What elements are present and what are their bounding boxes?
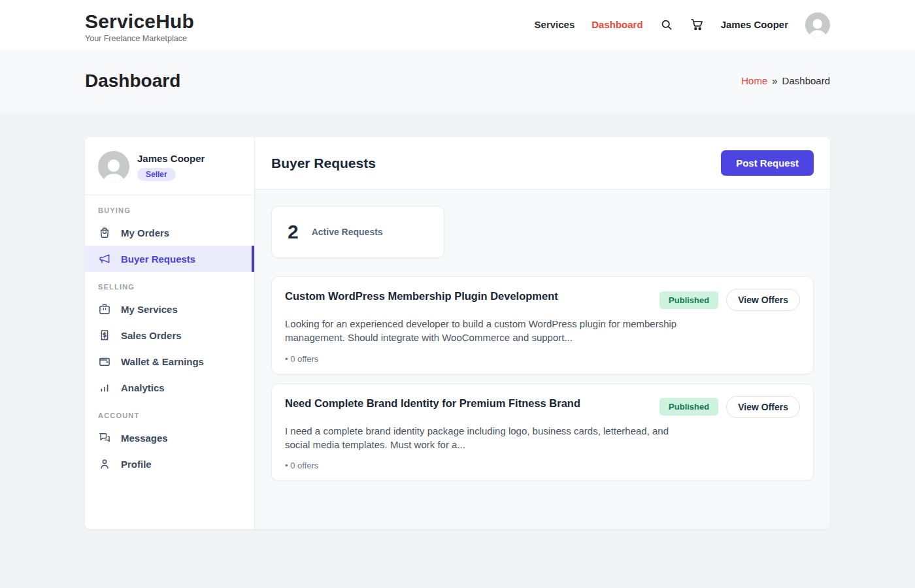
- request-list: Custom WordPress Membership Plugin Devel…: [271, 276, 814, 481]
- sidebar-item-label: Wallet & Earnings: [121, 356, 204, 367]
- post-request-button[interactable]: Post Request: [721, 150, 814, 176]
- status-badge: Published: [659, 398, 718, 416]
- request-description: I need a complete brand identity package…: [285, 424, 687, 452]
- main-area: Buyer Requests Post Request 2 Active Req…: [255, 137, 830, 529]
- stat-label: Active Requests: [312, 227, 383, 237]
- receipt-dollar-icon: [98, 329, 111, 342]
- wallet-icon: [98, 355, 111, 368]
- sidebar-section-selling: SELLING: [85, 272, 254, 296]
- bar-chart-icon: [98, 381, 111, 394]
- sidebar-item-my-orders[interactable]: My Orders: [85, 220, 254, 246]
- dashboard-panel: James Cooper Seller BUYING My Orders: [85, 137, 830, 529]
- view-offers-button[interactable]: View Offers: [726, 289, 800, 311]
- sidebar-item-analytics[interactable]: Analytics: [85, 374, 254, 400]
- nav-link-dashboard[interactable]: Dashboard: [591, 19, 642, 30]
- sidebar-item-label: Messages: [121, 433, 168, 444]
- sidebar-user-name: James Cooper: [137, 153, 205, 164]
- sidebar: James Cooper Seller BUYING My Orders: [85, 137, 255, 529]
- search-icon[interactable]: [660, 18, 673, 31]
- brand-tagline: Your Freelance Marketplace: [85, 34, 194, 43]
- seller-badge: Seller: [137, 168, 176, 181]
- megaphone-icon: [98, 252, 111, 265]
- person-icon: [98, 457, 111, 470]
- brand[interactable]: ServiceHub Your Freelance Marketplace: [85, 7, 194, 43]
- request-title: Need Complete Brand Identity for Premium…: [285, 396, 580, 410]
- header-user-name[interactable]: James Cooper: [721, 19, 788, 30]
- sidebar-item-buyer-requests[interactable]: Buyer Requests: [85, 246, 254, 272]
- request-offers-count: • 0 offers: [285, 461, 800, 470]
- view-offers-button[interactable]: View Offers: [726, 396, 800, 418]
- request-card: Custom WordPress Membership Plugin Devel…: [271, 276, 814, 374]
- main-title: Buyer Requests: [271, 155, 376, 171]
- briefcase-icon: [98, 302, 111, 316]
- sidebar-item-my-services[interactable]: My Services: [85, 296, 254, 322]
- sidebar-item-label: My Orders: [121, 227, 169, 238]
- bag-icon: [98, 226, 111, 239]
- breadcrumb-current: Dashboard: [782, 75, 830, 86]
- sidebar-item-label: My Services: [121, 304, 178, 315]
- brand-name: ServiceHub: [85, 10, 194, 33]
- status-badge: Published: [659, 291, 718, 309]
- breadcrumb-home-link[interactable]: Home: [741, 75, 767, 86]
- sidebar-section-buying: BUYING: [85, 195, 254, 220]
- sidebar-item-label: Sales Orders: [121, 330, 182, 341]
- sidebar-item-profile[interactable]: Profile: [85, 451, 254, 477]
- sidebar-item-messages[interactable]: Messages: [85, 425, 254, 451]
- page-title: Dashboard: [85, 71, 180, 91]
- sidebar-section-account: ACCOUNT: [85, 400, 254, 425]
- sidebar-item-label: Profile: [121, 459, 152, 470]
- cart-icon[interactable]: [690, 18, 704, 31]
- header-avatar[interactable]: [805, 12, 830, 37]
- page-body: James Cooper Seller BUYING My Orders: [0, 112, 915, 563]
- request-offers-count: • 0 offers: [285, 354, 800, 364]
- page-title-bar: Dashboard Home » Dashboard: [0, 49, 915, 112]
- breadcrumb: Home » Dashboard: [741, 75, 830, 86]
- stat-value: 2: [288, 221, 299, 243]
- header-nav: Services Dashboard James Cooper: [535, 12, 830, 37]
- nav-link-services[interactable]: Services: [535, 19, 575, 30]
- messages-icon: [98, 431, 111, 444]
- sidebar-item-sales-orders[interactable]: Sales Orders: [85, 322, 254, 348]
- sidebar-user: James Cooper Seller: [85, 137, 254, 195]
- app-header: ServiceHub Your Freelance Marketplace Se…: [0, 0, 915, 49]
- request-card: Need Complete Brand Identity for Premium…: [271, 384, 814, 482]
- active-requests-stat-card: 2 Active Requests: [271, 206, 444, 258]
- request-title: Custom WordPress Membership Plugin Devel…: [285, 289, 558, 302]
- main-content: 2 Active Requests Custom WordPress Membe…: [255, 189, 830, 497]
- breadcrumb-separator: »: [772, 75, 777, 86]
- main-header: Buyer Requests Post Request: [255, 137, 830, 189]
- sidebar-avatar: [98, 151, 129, 182]
- sidebar-item-label: Analytics: [121, 382, 165, 393]
- request-description: Looking for an experienced developer to …: [285, 317, 687, 345]
- sidebar-item-label: Buyer Requests: [121, 253, 195, 265]
- sidebar-item-wallet-earnings[interactable]: Wallet & Earnings: [85, 348, 254, 374]
